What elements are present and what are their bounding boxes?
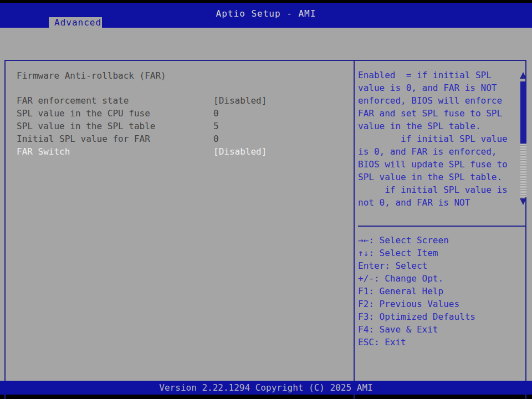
help-line: if initial SPL value <box>358 132 516 145</box>
legend-line: F2: Previous Values <box>358 298 524 310</box>
setting-row: SPL value in the CPU fuse0 <box>17 107 338 120</box>
help-text: Enabled = if initial SPLvalue is 0, and … <box>358 69 516 209</box>
setting-label: Initial SPL value for FAR <box>17 134 150 144</box>
help-line: Enabled = if initial SPL <box>358 69 516 81</box>
help-line: value in the SPL table. <box>358 120 516 132</box>
help-line: enforced, BIOS will enforce <box>358 94 516 107</box>
footer-bar: Version 2.22.1294 Copyright (C) 2025 AMI <box>0 381 532 395</box>
setting-row[interactable]: FAR Switch[Disabled] <box>17 145 338 158</box>
help-line: value is 0, and FAR is NOT <box>358 81 516 94</box>
section-title: Firmware Anti-rollback (FAR) <box>17 69 166 82</box>
legend-line: ↑↓: Select Item <box>358 247 524 259</box>
setting-value: 5 <box>213 120 219 132</box>
legend-line: F3: Optimized Defaults <box>358 310 524 323</box>
version-text: Version 2.22.1294 Copyright (C) 2025 AMI <box>0 381 532 395</box>
setting-row: SPL value in the SPL table5 <box>17 120 338 132</box>
help-line: not 0, and FAR is NOT <box>358 196 516 209</box>
legend-separator <box>358 226 526 227</box>
scroll-down-icon[interactable] <box>520 198 526 205</box>
setting-value: 0 <box>213 107 219 120</box>
scrollbar-thumb[interactable] <box>520 81 526 144</box>
panel-divider <box>354 60 355 399</box>
help-scrollbar[interactable] <box>520 72 527 205</box>
settings-items: FAR enforcement state[Disabled]SPL value… <box>17 94 338 158</box>
legend-line: Enter: Select <box>358 259 524 272</box>
help-line: if initial SPL value is <box>358 183 516 196</box>
setting-row[interactable]: FAR enforcement state[Disabled] <box>17 94 338 107</box>
setting-row: Initial SPL value for FAR0 <box>17 132 338 145</box>
legend-line: +/-: Change Opt. <box>358 272 524 285</box>
legend-line: ESC: Exit <box>358 336 524 349</box>
setting-label: FAR enforcement state <box>17 95 129 106</box>
setting-label: SPL value in the SPL table <box>17 121 155 131</box>
setting-value: [Disabled] <box>213 94 267 107</box>
legend-line: →←: Select Screen <box>358 234 524 247</box>
help-line: SPL value in the SPL table. <box>358 171 516 183</box>
setting-value: 0 <box>213 132 219 145</box>
key-legend: →←: Select Screen↑↓: Select ItemEnter: S… <box>358 234 524 349</box>
scroll-up-icon[interactable] <box>520 72 526 79</box>
legend-line: F1: General Help <box>358 285 524 298</box>
help-line: is 0, and FAR is enforced, <box>358 145 516 158</box>
setting-label: FAR Switch <box>17 146 70 157</box>
setting-value: [Disabled] <box>213 145 267 158</box>
help-line: FAR and set SPL fuse to SPL <box>358 107 516 120</box>
scrollbar-track[interactable] <box>520 144 526 197</box>
legend-line: F4: Save & Exit <box>358 323 524 336</box>
content-area: Firmware Anti-rollback (FAR) FAR enforce… <box>0 28 532 381</box>
help-line: BIOS will update SPL fuse to <box>358 158 516 171</box>
tab-advanced[interactable]: Advanced <box>49 17 102 28</box>
setting-label: SPL value in the CPU fuse <box>17 108 150 119</box>
